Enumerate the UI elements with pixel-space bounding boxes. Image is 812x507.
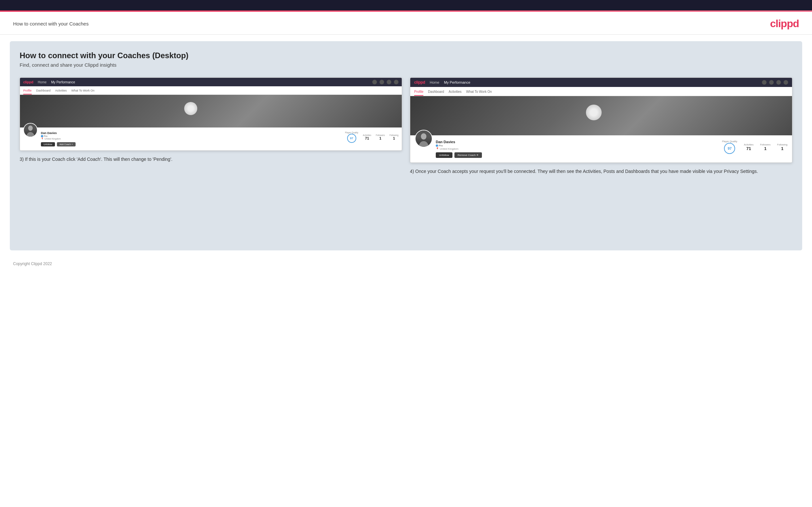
stat-activities-left: Activities 71 (363, 134, 371, 140)
mock-nav-right: clippd Home My Performance (410, 78, 792, 87)
logo: clippd (770, 18, 799, 30)
mock-tabs-right: Profile Dashboard Activities What To Wor… (410, 87, 792, 96)
avatar-icon-right (783, 80, 788, 84)
badge-dot-left (41, 135, 43, 137)
stat-following-right: Following 1 (777, 143, 788, 151)
mock-buttons-left: Unfollow Add Coach + (41, 142, 342, 147)
tab-activities-left[interactable]: Activities (55, 88, 67, 95)
mock-nav-icons-right (762, 80, 788, 84)
banner-circle-right (586, 105, 602, 120)
remove-coach-button-right[interactable]: Remove Coach ✕ (454, 152, 482, 158)
mock-profile-right: Dan Davies Pro 📍 United Kingdom Unfollow… (410, 135, 792, 163)
tab-whattoworkon-left[interactable]: What To Work On (71, 88, 95, 95)
mock-nav-home-right: Home (430, 80, 439, 84)
mock-logo-left: clippd (23, 80, 33, 84)
main-heading: How to connect with your Coaches (Deskto… (20, 51, 792, 60)
svg-point-0 (28, 125, 33, 131)
avatar-icon-left (394, 80, 399, 84)
user-badge-left: Pro (41, 135, 342, 137)
user-icon-right (769, 80, 774, 84)
mock-banner-right (410, 96, 792, 135)
search-icon-left (372, 80, 377, 84)
tab-dashboard-right[interactable]: Dashboard (428, 89, 444, 96)
screenshot-left: clippd Home My Performance Profile Dashb… (20, 77, 402, 151)
avatar-right (415, 130, 433, 148)
mock-buttons-right: Unfollow Remove Coach ✕ (436, 152, 719, 158)
page-title: How to connect with your Coaches (13, 21, 89, 26)
caption-left: 3) If this is your Coach click 'Add Coac… (20, 156, 402, 163)
top-bar (0, 0, 812, 10)
avatar-figure-right (415, 130, 432, 147)
tab-profile-left[interactable]: Profile (23, 88, 32, 95)
screenshot-right: clippd Home My Performance Profile Dashb… (410, 77, 792, 163)
mock-profile-left: Dan Davies Pro 📍 United Kingdom Unfollow… (20, 127, 402, 150)
user-icon-left (379, 80, 384, 84)
mock-nav-performance-right: My Performance (444, 80, 470, 84)
user-info-left: Dan Davies Pro 📍 United Kingdom Unfollow… (41, 131, 342, 147)
main-subheading: Find, connect and share your Clippd insi… (20, 62, 792, 68)
badge-dot-right (436, 145, 438, 147)
mock-banner-left (20, 95, 402, 127)
mock-tabs-left: Profile Dashboard Activities What To Wor… (20, 86, 402, 95)
settings-icon-right (776, 80, 781, 84)
user-location-right: 📍 United Kingdom (436, 148, 719, 150)
user-name-right: Dan Davies (436, 140, 719, 144)
mock-stats-left: Player Quality 97 Activities 71 Follower… (345, 131, 399, 143)
tab-profile-right[interactable]: Profile (414, 89, 423, 96)
screenshot-col-left: clippd Home My Performance Profile Dashb… (20, 77, 402, 175)
add-coach-button-left[interactable]: Add Coach + (57, 142, 75, 147)
stat-quality-left: Player Quality 97 (345, 131, 358, 143)
stat-following-left: Following 1 (390, 134, 399, 140)
user-name-left: Dan Davies (41, 131, 342, 135)
mock-stats-right: Player Quality 97 Activities 71 Follower… (722, 140, 788, 154)
banner-image-left (20, 95, 402, 127)
settings-icon-left (387, 80, 391, 84)
copyright: Copyright Clippd 2022 (13, 262, 52, 266)
avatar-figure-left (24, 123, 37, 136)
quality-circle-right: 97 (724, 143, 735, 154)
stat-activities-right: Activities 71 (744, 143, 754, 151)
unfollow-button-right[interactable]: Unfollow (436, 152, 452, 158)
banner-circle-left (184, 102, 197, 115)
user-info-right: Dan Davies Pro 📍 United Kingdom Unfollow… (436, 140, 719, 158)
quality-circle-left: 97 (347, 134, 356, 143)
header: How to connect with your Coaches clippd (0, 12, 812, 35)
user-location-left: 📍 United Kingdom (41, 137, 342, 140)
stat-quality-right: Player Quality 97 (722, 140, 738, 154)
tab-dashboard-left[interactable]: Dashboard (36, 88, 51, 95)
stat-followers-left: Followers 1 (376, 134, 385, 140)
screenshot-col-right: clippd Home My Performance Profile Dashb… (410, 77, 792, 175)
main-content: How to connect with your Coaches (Deskto… (10, 41, 802, 250)
caption-right: 4) Once your Coach accepts your request … (410, 168, 792, 175)
tab-activities-right[interactable]: Activities (449, 89, 461, 96)
avatar-left (23, 123, 38, 137)
tab-whattoworkon-right[interactable]: What To Work On (466, 89, 492, 96)
mock-nav-left: clippd Home My Performance (20, 78, 402, 86)
stat-followers-right: Followers 1 (760, 143, 770, 151)
unfollow-button-left[interactable]: Unfollow (41, 142, 55, 147)
mock-nav-performance-left: My Performance (51, 80, 75, 84)
user-badge-right: Pro (436, 144, 719, 147)
mock-logo-right: clippd (414, 80, 425, 84)
mock-nav-home-left: Home (38, 80, 47, 84)
mock-nav-icons-left (372, 80, 399, 84)
banner-image-right (410, 96, 792, 135)
svg-point-1 (421, 133, 426, 139)
screenshots-row: clippd Home My Performance Profile Dashb… (20, 77, 792, 175)
footer: Copyright Clippd 2022 (0, 257, 812, 271)
search-icon-right (762, 80, 766, 84)
